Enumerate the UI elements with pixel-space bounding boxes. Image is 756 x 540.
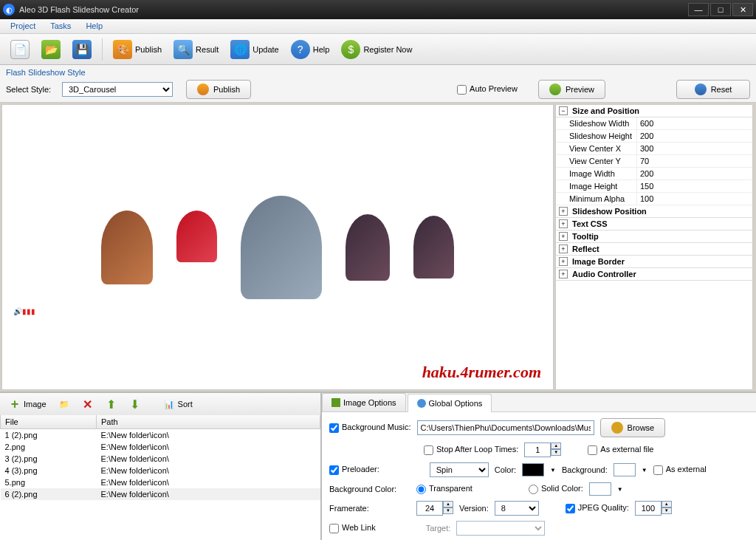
target-label: Target: bbox=[426, 524, 451, 533]
update-label: Update bbox=[252, 45, 278, 54]
background-label: Background: bbox=[562, 465, 608, 474]
result-button[interactable]: 🔍Result bbox=[169, 37, 223, 62]
title-bar: ◐ Aleo 3D Flash Slideshow Creator — □ ✕ bbox=[0, 0, 756, 19]
framerate-label: Framerate: bbox=[329, 504, 410, 513]
property-value[interactable]: 150 bbox=[637, 180, 752, 192]
expand-icon[interactable]: + bbox=[559, 257, 568, 266]
jpeg-quality-spinner[interactable]: ▲▼ bbox=[635, 501, 672, 516]
property-row[interactable]: View Center Y70 bbox=[556, 155, 752, 168]
web-link-check[interactable]: Web Link bbox=[329, 523, 376, 533]
delete-button[interactable]: ✕ bbox=[78, 396, 98, 412]
auto-preview-checkbox[interactable]: Auto Preview bbox=[457, 84, 518, 95]
register-button[interactable]: $Register Now bbox=[337, 37, 416, 62]
property-value[interactable]: 70 bbox=[637, 155, 752, 167]
property-category[interactable]: +Tooltip bbox=[556, 230, 752, 243]
jpeg-quality-check[interactable]: JPEG Quality: bbox=[566, 503, 629, 513]
delete-icon: ✕ bbox=[82, 398, 94, 410]
preloader-bg-swatch[interactable] bbox=[614, 463, 636, 476]
property-category[interactable]: +Audio Controller bbox=[556, 268, 752, 281]
property-grid[interactable]: − Size and Position Slideshow Width600Sl… bbox=[555, 104, 753, 390]
property-value[interactable]: 100 bbox=[637, 193, 752, 205]
expand-icon[interactable]: + bbox=[559, 207, 568, 216]
col-file[interactable]: File bbox=[1, 415, 97, 429]
property-category[interactable]: +Reflect bbox=[556, 243, 752, 256]
menu-project[interactable]: Project bbox=[3, 19, 43, 33]
menu-help[interactable]: Help bbox=[78, 19, 110, 33]
table-row[interactable]: 1 (2).pngE:\New folder\icon\ bbox=[1, 429, 320, 442]
browse-button[interactable]: Browse bbox=[600, 418, 666, 437]
preloader-color-swatch[interactable] bbox=[522, 463, 544, 476]
table-row[interactable]: 5.pngE:\New folder\icon\ bbox=[1, 476, 320, 488]
preview-button[interactable]: Preview bbox=[538, 80, 605, 99]
preloader-select[interactable]: Spin bbox=[430, 462, 489, 477]
new-button[interactable]: 📄 bbox=[6, 37, 34, 62]
solid-color-swatch[interactable] bbox=[589, 482, 611, 496]
version-select[interactable]: 8 bbox=[495, 501, 539, 516]
add-image-button[interactable]: +Image bbox=[4, 396, 51, 412]
slide-image bbox=[101, 211, 153, 284]
expand-icon[interactable]: + bbox=[559, 270, 568, 278]
external-check-2[interactable]: As external bbox=[653, 465, 707, 475]
stop-after-check[interactable]: Stop After Loop Times: bbox=[424, 445, 518, 455]
property-row[interactable]: View Center X300 bbox=[556, 143, 752, 155]
minimize-button[interactable]: — bbox=[688, 3, 709, 16]
style-heading: Flash Slideshow Style bbox=[6, 68, 750, 77]
property-label: Slideshow Width bbox=[556, 117, 637, 129]
update-button[interactable]: 🌐Update bbox=[226, 37, 283, 62]
publish-style-button[interactable]: Publish bbox=[186, 80, 251, 99]
open-button[interactable]: 📂 bbox=[37, 37, 65, 62]
publish-icon: 🎨 bbox=[113, 40, 132, 59]
expand-icon[interactable]: + bbox=[559, 219, 568, 228]
move-up-button[interactable]: ⬆ bbox=[101, 396, 122, 412]
property-label: Image Height bbox=[556, 180, 637, 192]
property-row[interactable]: Image Width200 bbox=[556, 168, 752, 180]
style-select[interactable]: 3D_Carousel bbox=[62, 82, 173, 97]
property-value[interactable]: 200 bbox=[637, 168, 752, 180]
reset-button[interactable]: Reset bbox=[676, 80, 750, 99]
transparent-radio[interactable]: Transparent bbox=[416, 484, 472, 494]
target-select[interactable] bbox=[456, 521, 545, 536]
external-file-check[interactable]: As external file bbox=[588, 445, 653, 455]
save-button[interactable]: 💾 bbox=[68, 37, 96, 62]
menu-tasks[interactable]: Tasks bbox=[43, 19, 78, 33]
close-button[interactable]: ✕ bbox=[732, 3, 753, 16]
property-row[interactable]: Slideshow Height200 bbox=[556, 130, 752, 143]
property-category[interactable]: +Image Border bbox=[556, 256, 752, 268]
property-value[interactable]: 300 bbox=[637, 143, 752, 154]
collapse-icon[interactable]: − bbox=[559, 106, 568, 115]
add-folder-button[interactable]: 📁 bbox=[54, 396, 75, 412]
expand-icon[interactable]: + bbox=[559, 232, 568, 241]
property-category[interactable]: − Size and Position bbox=[556, 105, 752, 117]
table-row[interactable]: 2.pngE:\New folder\icon\ bbox=[1, 441, 320, 453]
preloader-check[interactable]: Preloader: bbox=[329, 465, 379, 475]
options-panel: Image Options Global Options Background … bbox=[322, 393, 756, 540]
help-button[interactable]: ?Help bbox=[286, 37, 334, 62]
property-row[interactable]: Slideshow Width600 bbox=[556, 117, 752, 130]
property-category[interactable]: +Text CSS bbox=[556, 218, 752, 230]
bg-music-check[interactable]: Background Music: bbox=[329, 423, 411, 433]
property-row[interactable]: Minimum Alpha100 bbox=[556, 193, 752, 205]
property-value[interactable]: 600 bbox=[637, 117, 752, 129]
slide-image bbox=[241, 196, 322, 299]
publish-button[interactable]: 🎨Publish bbox=[109, 37, 166, 62]
table-row[interactable]: 3 (2).pngE:\New folder\icon\ bbox=[1, 453, 320, 465]
property-row[interactable]: Image Height150 bbox=[556, 180, 752, 193]
framerate-spinner[interactable]: ▲▼ bbox=[416, 501, 453, 516]
tab-icon bbox=[331, 398, 340, 407]
move-down-button[interactable]: ⬇ bbox=[125, 396, 145, 412]
property-value[interactable]: 200 bbox=[637, 130, 752, 142]
sort-button[interactable]: 📊Sort bbox=[159, 396, 197, 412]
file-table[interactable]: File Path 1 (2).pngE:\New folder\icon\2.… bbox=[0, 415, 320, 540]
col-path[interactable]: Path bbox=[97, 415, 320, 429]
expand-icon[interactable]: + bbox=[559, 245, 568, 253]
solid-radio[interactable]: Solid Color: bbox=[529, 484, 583, 494]
tab-global-options[interactable]: Global Options bbox=[408, 394, 492, 412]
property-category[interactable]: +Slideshow Position bbox=[556, 205, 752, 218]
table-row[interactable]: 6 (2).pngE:\New folder\icon\ bbox=[1, 488, 320, 500]
stop-after-spinner[interactable]: ▲▼ bbox=[524, 442, 561, 457]
maximize-button[interactable]: □ bbox=[710, 3, 731, 16]
tab-image-options[interactable]: Image Options bbox=[322, 393, 406, 411]
bg-music-path[interactable] bbox=[417, 420, 594, 435]
property-label: Image Width bbox=[556, 168, 637, 180]
table-row[interactable]: 4 (3).pngE:\New folder\icon\ bbox=[1, 465, 320, 476]
